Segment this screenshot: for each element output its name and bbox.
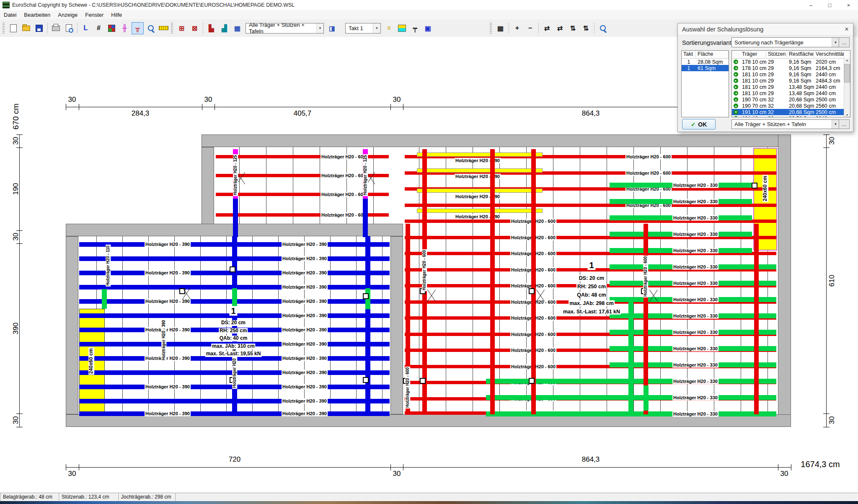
beam-label: Holzträger H20 - 600	[625, 171, 672, 176]
toolbar-grip[interactable]	[490, 23, 492, 34]
direction-right-icon: ►	[734, 78, 738, 83]
prop-green	[102, 289, 107, 309]
dim-tick	[79, 104, 79, 110]
minimize-button[interactable]: –	[801, 0, 820, 10]
status-bar: Belagträgerab.: 48 cmStützenab.: 123,4 c…	[0, 493, 858, 501]
formwork-beams-icon[interactable]: ╫	[119, 22, 131, 34]
list-icon[interactable]: ▦	[231, 22, 243, 34]
takt-list-header[interactable]: Takt Fläche	[682, 51, 729, 59]
dialog-title-bar[interactable]: Auswahl der Schalungslösung ×	[678, 23, 853, 36]
close-button[interactable]: ×	[839, 0, 858, 10]
zoom-out-icon[interactable]: −	[524, 22, 536, 34]
result-row[interactable]: ▼191 10 cm3220,68 Sqm2500 cm	[732, 109, 850, 115]
scroll-up-icon[interactable]: ▲	[844, 59, 850, 62]
toolbar-grip[interactable]	[171, 23, 173, 34]
dim-label: 1674,3 cm	[801, 460, 840, 469]
menu-item-hilfe[interactable]: Hilfe	[107, 10, 126, 19]
result-list-header[interactable]: Träger Stützen Restfläche Verschnittläng…	[732, 51, 850, 59]
result-row[interactable]: ▼191 10 cm3223,56 Sqm3040 cm	[732, 115, 850, 117]
pan-horizontal-icon[interactable]: ⇄	[541, 22, 553, 34]
grid-line	[293, 147, 293, 224]
toolbar-grip[interactable]	[3, 23, 5, 34]
slab-grid-icon[interactable]: #	[93, 22, 105, 34]
view-filter-combobox[interactable]: Alle Träger + Stützen + Tafeln▼	[246, 23, 324, 34]
takt-combobox[interactable]: Takt 1▼	[345, 23, 381, 34]
scroll-down-icon[interactable]: ▼	[844, 114, 850, 116]
title-bar[interactable]: EuroSchal Copyright by Schewe - C:\USERS…	[0, 0, 858, 10]
takt-row[interactable]: 161 Sqm	[682, 65, 729, 71]
ok-button[interactable]: ✓ OK	[682, 119, 716, 129]
dim-label: 190	[12, 183, 20, 195]
maximize-button[interactable]: □	[820, 0, 839, 10]
new-file-icon[interactable]	[7, 22, 19, 34]
sortierung-combobox[interactable]: Sortierung nach Trägerlänge ▼	[731, 37, 840, 47]
annotation-line: DS: 20 cm	[578, 275, 605, 281]
menu-item-fenster[interactable]: Fenster	[81, 10, 107, 19]
dropdown-icon[interactable]: ▼	[832, 120, 839, 129]
dropdown-icon[interactable]: ▼	[316, 23, 323, 33]
filter-more-button[interactable]: ...	[839, 119, 850, 129]
takt-row[interactable]: 128,08 Sqm	[682, 59, 729, 65]
beam-label: Holzträger H20 - 330	[672, 395, 718, 401]
menu-item-anzeige[interactable]: Anzeige	[54, 10, 81, 19]
print-icon[interactable]	[50, 22, 62, 34]
beam-label: Holzträger H20 - 330	[672, 297, 718, 302]
zoom-window-icon[interactable]	[597, 22, 609, 34]
result-row[interactable]: ◄178 10 cm299,16 Sqm2164,3 cm	[732, 65, 850, 71]
pan-vertical-icon[interactable]: ⇅	[567, 22, 579, 34]
result-row[interactable]: ▲190 70 cm3220,68 Sqm2500 cm	[732, 96, 850, 103]
dim-tick	[16, 427, 23, 427]
beam-label: Holzträger H20 - 600	[625, 154, 672, 160]
joch-blue	[363, 199, 368, 237]
menu-item-datei[interactable]: Datei	[0, 10, 20, 19]
zoom-in-icon[interactable]: +	[511, 22, 523, 34]
filter-combobox[interactable]: Alle Träger + Stützen + Tafeln ▼	[731, 119, 840, 129]
takt-list[interactable]: Takt Fläche 128,08 Sqm161 Sqm	[681, 50, 729, 117]
zoom-icon[interactable]	[145, 22, 157, 34]
grid-line	[239, 147, 240, 224]
slab-table-icon[interactable]: ⊞	[176, 22, 188, 34]
pattern-icon[interactable]: ▩	[494, 22, 507, 34]
result-list[interactable]: Träger Stützen Restfläche Verschnittläng…	[731, 50, 850, 117]
result-list-scrollbar[interactable]: ▲ ▼	[844, 58, 850, 117]
pan-vertical2-icon[interactable]: ⇅	[580, 22, 592, 34]
result-row[interactable]: ►181 10 cm2913,48 Sqm2440 cm	[732, 84, 850, 90]
dialog-close-icon[interactable]: ×	[840, 26, 853, 33]
filter-value: Alle Träger + Stützen + Tafeln	[734, 121, 806, 127]
save-icon[interactable]	[33, 22, 45, 34]
pan-horizontal2-icon[interactable]: ⇄	[554, 22, 566, 34]
prop-green	[628, 298, 633, 416]
scrollbar-thumb[interactable]	[844, 64, 850, 83]
ruler-icon[interactable]	[158, 22, 170, 34]
combo-value: Takt 1	[349, 25, 363, 31]
layers-icon[interactable]: ≡	[383, 22, 395, 34]
prop-load-icon[interactable]: ▙	[205, 22, 217, 34]
result-row[interactable]: ►181 10 cm299,16 Sqm2440 cm	[732, 71, 850, 78]
export-icon[interactable]: ◨	[326, 22, 338, 34]
result-row[interactable]: ▲190 70 cm3220,68 Sqm2560 cm	[732, 103, 850, 109]
dim-label: 30	[204, 96, 212, 104]
beam-label: Holzträger H20 - 390	[282, 356, 328, 361]
print-preview-icon[interactable]	[63, 22, 75, 34]
takt-sequence-icon[interactable]	[396, 22, 408, 34]
open-file-icon[interactable]	[20, 22, 32, 34]
wall-mode-icon[interactable]: L	[80, 22, 92, 34]
slab-colored-icon[interactable]	[106, 22, 118, 34]
slab-table-delete-icon[interactable]: ⊠	[189, 22, 201, 34]
formwork-view-icon[interactable]: ╥	[132, 22, 144, 34]
joint-icon[interactable]: ┯	[409, 22, 421, 34]
frame-icon[interactable]: ▣	[422, 22, 434, 34]
toolbar-separator	[77, 23, 78, 34]
dropdown-icon[interactable]: ▼	[832, 38, 839, 47]
result-row[interactable]: ◄178 10 cm299,16 Sqm2020 cm	[732, 59, 850, 65]
prop-square	[529, 378, 535, 384]
result-row[interactable]: ◄181 10 cm2913,48 Sqm2440 cm	[732, 90, 850, 96]
result-row[interactable]: ►181 10 cm299,16 Sqm2484,3 cm	[732, 78, 850, 84]
sort-more-button[interactable]: ...	[839, 37, 850, 47]
wall	[202, 134, 791, 147]
menu-item-bearbeiten[interactable]: Bearbeiten	[20, 10, 54, 19]
direction-right-icon: ►	[734, 85, 738, 89]
dim-label: 30	[12, 137, 20, 145]
dropdown-icon[interactable]: ▼	[373, 23, 380, 33]
beam-load-icon[interactable]: ▟	[218, 22, 230, 34]
